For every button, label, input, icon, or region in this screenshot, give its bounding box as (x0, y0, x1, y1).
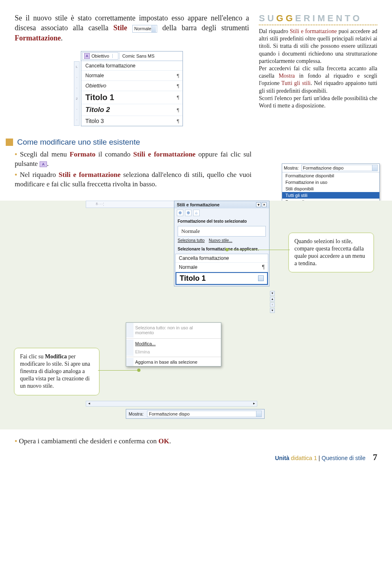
vertical-ruler: L · · 2 · · (74, 61, 80, 126)
bullet-2: • Nel riquadro Stili e formattazione sel… (15, 170, 252, 189)
mostra-item[interactable]: Stili disponibili (282, 186, 379, 192)
taskpane-menu-icon[interactable]: ▾ (256, 202, 261, 207)
scroll-arrows[interactable]: ▾▴◦▾ (270, 291, 275, 313)
titolo1-selected[interactable]: Titolo 1 (176, 272, 268, 285)
tp-section-2: Selezionare la formattazione da applicar… (174, 245, 269, 253)
section-title: Come modificare uno stile esistente (17, 138, 140, 147)
h-scrollbar[interactable]: ◂▸ (86, 401, 257, 407)
styles-button-icon: A (40, 161, 47, 167)
section-square-icon (6, 139, 13, 146)
back-icon[interactable]: ⊕ (177, 210, 183, 216)
context-menu: Seleziona tutto: non in uso al momento M… (126, 322, 221, 367)
mostra-item[interactable]: Formattazione in uso (282, 179, 379, 186)
styles-taskpane: Stili e formattazione ▾× ⊕ ⊕ ⌂ Formattaz… (174, 201, 270, 286)
styles-dropdown: L · · 2 · · AObiettivo Comic Sans MS Can… (81, 51, 183, 126)
mostra-bottom-bar: Mostra: Formattazione dispo (126, 409, 265, 419)
intro-paragraph: Se il nuovo stile è stato correttamente … (15, 13, 249, 43)
screenshot-panel: 8 · · · ¦ Stili e formattazione ▾× ⊕ ⊕ ⌂… (0, 201, 392, 429)
page-number: 7 (373, 452, 377, 463)
styles-aa-icon: A (84, 53, 90, 59)
callout-modifica: Fai clic su Modifica per modificare lo s… (14, 348, 100, 396)
tp-section-1: Formattazione del testo selezionato (174, 217, 269, 225)
taskpane-title: Stili e formattazione (177, 202, 220, 207)
new-style-link[interactable]: Nuovo stile... (209, 238, 232, 243)
menu-elimina: Elimina (126, 348, 221, 356)
suggerimento-box: SUGGERIMENTO Dal riquadro Stili e format… (259, 13, 377, 130)
home-icon[interactable]: ⌂ (193, 210, 200, 216)
inline-style-select: Normale (132, 25, 158, 33)
suggerimento-title: SUGGERIMENTO (259, 13, 377, 24)
chevron-down-icon[interactable] (258, 275, 264, 281)
mostra-item-selected[interactable]: Tutti gli stili (282, 192, 379, 199)
tp-style-list: Cancella formattazione Normale¶ Titolo 1 (175, 254, 268, 285)
callout-freccetta: Quando selezioni lo stile, compare quest… (288, 232, 374, 273)
mostra-item[interactable]: Formattazione disponibil (282, 172, 379, 179)
mostra-bottom-select[interactable]: Formattazione dispo (147, 411, 262, 417)
menu-modifica[interactable]: Modifica... (126, 340, 221, 348)
page-footer: Unità didattica 1 | Questione di stile 7 (15, 448, 377, 463)
final-bullet: • Opera i cambiamenti che desideri e con… (15, 437, 377, 446)
menu-aggiorna[interactable]: Aggiorna in base alla selezione (126, 358, 221, 366)
fwd-icon[interactable]: ⊕ (185, 210, 192, 216)
current-format-field[interactable]: Normale (178, 226, 266, 237)
font-box: Comic Sans MS (119, 52, 183, 60)
bullet-1: • Scegli dal menu Formato il comando Sti… (15, 150, 252, 169)
select-all-link[interactable]: Seleziona tutto (178, 238, 205, 243)
close-icon[interactable]: × (262, 202, 267, 207)
mostra-field[interactable]: Formattazione dispo (301, 165, 378, 171)
